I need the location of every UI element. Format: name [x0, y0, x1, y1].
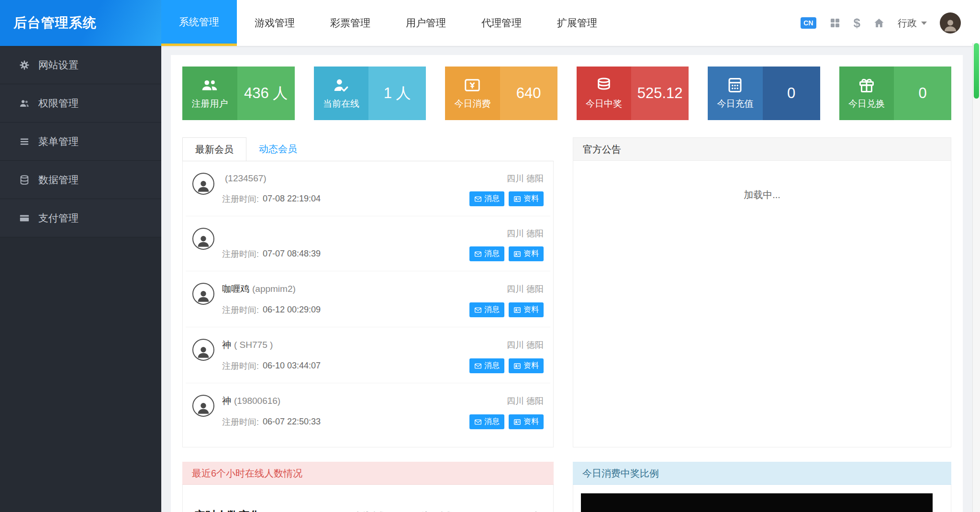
- chevron-down-icon: [921, 22, 927, 25]
- message-button[interactable]: 消息: [469, 414, 504, 429]
- register-time-value: 06-12 00:29:09: [263, 305, 321, 315]
- profile-button[interactable]: 资料: [509, 358, 544, 373]
- register-time-value: 07-07 08:48:39: [263, 249, 321, 259]
- stat-card-today-consumption: 今日消费 640: [445, 67, 557, 120]
- nav-tab-game[interactable]: 游戏管理: [237, 0, 312, 46]
- home-icon[interactable]: [873, 17, 885, 29]
- stat-label: 今日充值: [717, 98, 753, 110]
- member-account: (19800616): [234, 396, 280, 406]
- register-time-label: 注册时间:: [222, 304, 259, 316]
- user-menu[interactable]: 行政: [898, 17, 927, 30]
- nav-tab-extension[interactable]: 扩展管理: [539, 0, 615, 46]
- profile-button[interactable]: 资料: [509, 191, 544, 206]
- top-nav: 系统管理 游戏管理 彩票管理 用户管理 代理管理 扩展管理: [161, 0, 615, 46]
- message-button[interactable]: 消息: [469, 246, 504, 261]
- user-menu-label: 行政: [898, 17, 917, 30]
- register-time-label: 注册时间:: [222, 360, 259, 372]
- app-logo: 后台管理系统: [0, 0, 161, 46]
- legend-registered-users[interactable]: 注册人数: [404, 510, 454, 512]
- id-card-icon: [513, 250, 521, 258]
- user-online-icon: [333, 77, 350, 94]
- stat-card-left: 今日消费: [445, 67, 500, 120]
- sidebar-item-label: 支付管理: [38, 211, 78, 225]
- id-card-icon: [513, 418, 521, 426]
- member-location: 四川 德阳: [507, 395, 544, 407]
- legend-online-users[interactable]: 在线人数: [336, 510, 387, 512]
- stat-value: 0: [763, 67, 820, 120]
- download-icon[interactable]: [530, 510, 542, 512]
- tab-dynamic-members[interactable]: 动态会员: [246, 137, 310, 161]
- stat-card-left: 今日兑换: [839, 67, 894, 120]
- nav-tab-lottery[interactable]: 彩票管理: [312, 0, 388, 46]
- person-icon: [195, 178, 212, 194]
- apps-grid-icon[interactable]: [829, 17, 841, 29]
- money-icon: [464, 77, 481, 94]
- online-chart-toolbar: 实时人数变化 在线人数 注册人数: [182, 485, 554, 512]
- id-card-icon: [513, 306, 521, 314]
- scrollbar-thumb[interactable]: [974, 43, 979, 99]
- dashboard-page: 注册用户 436 人 当前在线 1 人: [171, 55, 963, 512]
- announcement-title: 官方公告: [573, 138, 951, 161]
- dollar-icon[interactable]: $: [854, 17, 860, 29]
- stat-card-online-now: 当前在线 1 人: [314, 67, 426, 120]
- database-icon: [19, 175, 30, 185]
- user-avatar[interactable]: [940, 12, 961, 33]
- credit-card-icon: [19, 213, 30, 223]
- stat-card-today-deposits: 今日充值 0: [708, 67, 820, 120]
- member-avatar: [192, 173, 214, 195]
- member-avatar: [192, 228, 214, 250]
- nav-tab-agent[interactable]: 代理管理: [464, 0, 539, 46]
- nav-tab-system[interactable]: 系统管理: [161, 0, 237, 46]
- language-icon[interactable]: CN: [801, 17, 816, 29]
- stat-label: 今日兑换: [848, 98, 885, 110]
- envelope-icon: [474, 306, 482, 314]
- member-row: (1234567) 四川 德阳 注册时间: 07-08 22:19:04 消息 …: [186, 161, 550, 216]
- header: 后台管理系统 系统管理 游戏管理 彩票管理 用户管理 代理管理 扩展管理 CN …: [0, 0, 980, 46]
- online-users-panel: 最近6个小时在线人数情况 实时人数变化 在线人数 注册人数: [182, 462, 554, 512]
- gift-icon: [858, 77, 875, 94]
- stat-label: 今日中奖: [586, 98, 622, 110]
- stat-card-left: 今日中奖: [577, 67, 632, 120]
- members-list: (1234567) 四川 德阳 注册时间: 07-08 22:19:04 消息 …: [182, 161, 554, 447]
- stat-label: 当前在线: [323, 98, 359, 110]
- member-avatar: [192, 395, 214, 417]
- member-avatar: [192, 339, 214, 361]
- envelope-icon: [474, 250, 482, 258]
- message-button[interactable]: 消息: [469, 191, 504, 206]
- sidebar-item-payment[interactable]: 支付管理: [0, 199, 161, 237]
- middle-row: 最新会员 动态会员 (1234567) 四川 德阳: [182, 137, 951, 447]
- register-time-label: 注册时间:: [222, 193, 259, 205]
- register-time-value: 07-08 22:19:04: [263, 194, 321, 204]
- member-name: 神: [222, 395, 231, 407]
- sidebar-item-site-settings[interactable]: 网站设置: [0, 46, 161, 84]
- profile-button[interactable]: 资料: [509, 246, 544, 261]
- loading-text: 加载中...: [744, 189, 780, 200]
- sidebar-item-label: 网站设置: [38, 58, 78, 72]
- stat-value: 640: [500, 67, 557, 120]
- member-account: (1234567): [225, 173, 267, 184]
- stat-label: 注册用户: [191, 98, 228, 110]
- stat-card-today-exchange: 今日兑换 0: [839, 67, 952, 120]
- nav-tab-user[interactable]: 用户管理: [388, 0, 464, 46]
- member-location: 四川 德阳: [507, 283, 544, 295]
- profile-button[interactable]: 资料: [509, 414, 544, 429]
- member-row: 四川 德阳 注册时间: 07-07 08:48:39 消息 资料: [186, 216, 550, 271]
- online-panel-header: 最近6个小时在线人数情况: [182, 462, 554, 485]
- chart-legend: 在线人数 注册人数: [260, 510, 530, 512]
- message-button[interactable]: 消息: [469, 302, 504, 317]
- sidebar-item-permissions[interactable]: 权限管理: [0, 84, 161, 122]
- main-content: 注册用户 436 人 当前在线 1 人: [161, 46, 972, 512]
- members-panel: 最新会员 动态会员 (1234567) 四川 德阳: [182, 137, 554, 447]
- scrollbar-track[interactable]: [972, 43, 980, 512]
- sidebar-item-data[interactable]: 数据管理: [0, 161, 161, 199]
- tab-latest-members[interactable]: 最新会员: [182, 137, 246, 161]
- profile-button[interactable]: 资料: [509, 302, 544, 317]
- announcement-body: 加载中...: [573, 161, 951, 447]
- envelope-icon: [474, 362, 482, 370]
- member-row: 神 (19800616) 四川 德阳 注册时间: 06-07 22:50:33 …: [186, 383, 550, 439]
- sidebar-item-label: 数据管理: [38, 173, 78, 187]
- sidebar-item-label: 权限管理: [38, 97, 78, 110]
- sidebar-item-menu[interactable]: 菜单管理: [0, 122, 161, 161]
- member-location: 四川 德阳: [507, 173, 544, 184]
- message-button[interactable]: 消息: [469, 358, 504, 373]
